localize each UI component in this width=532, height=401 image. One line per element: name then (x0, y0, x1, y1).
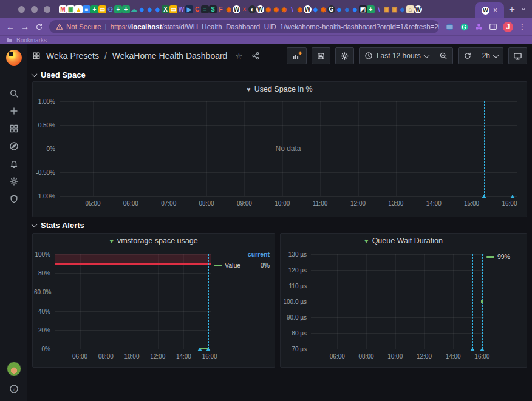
pinned-tab[interactable]: ◉ (296, 5, 304, 13)
grafana-logo[interactable] (6, 50, 22, 66)
alerting-bell-icon[interactable] (9, 159, 19, 169)
pinned-tab[interactable]: G (327, 5, 335, 13)
pinned-tab[interactable]: ∖ (375, 5, 383, 13)
pinned-tab[interactable]: ◆ (312, 5, 319, 13)
panel-used-space[interactable]: ♥ Used Space in % 1.00%0.50%0%-0.50%-1.0… (32, 81, 527, 217)
chart-vmstorage[interactable]: 100%80%60.0%40%20%0%06:0008:0010:0012:00… (33, 248, 214, 367)
pinned-tab[interactable]: + (90, 5, 98, 13)
add-panel-button[interactable] (287, 47, 307, 64)
panel-vmstorage[interactable]: ♥ vmstorage space usage 100%80%60.0%40%2… (32, 233, 275, 368)
admin-shield-icon[interactable] (9, 194, 19, 204)
pinned-tab[interactable]: = (201, 5, 209, 13)
row-used-space[interactable]: Used Space (32, 68, 527, 81)
minimize-window-button[interactable] (31, 6, 38, 13)
pinned-tab[interactable]: + (122, 5, 130, 13)
pinned-tab[interactable]: ◉ (272, 5, 280, 13)
pinned-tab[interactable]: + (114, 5, 122, 13)
pinned-tab[interactable]: S (209, 5, 217, 13)
panel-title-vmstorage[interactable]: ♥ vmstorage space usage (33, 234, 275, 248)
tv-mode-button[interactable] (508, 47, 527, 64)
pinned-tab[interactable]: ▣ (67, 5, 75, 13)
pinned-tab[interactable]: × (240, 5, 248, 13)
reload-icon[interactable] (35, 23, 43, 31)
pinned-tab[interactable]: ◉ (264, 5, 272, 13)
refresh-button[interactable] (459, 48, 477, 64)
pinned-tab[interactable]: ⌂ (406, 5, 414, 13)
pinned-tab[interactable]: ◐ (248, 5, 256, 13)
pinned-tab[interactable]: ◆ (335, 5, 343, 13)
pinned-tab[interactable]: W (177, 5, 185, 13)
user-avatar[interactable] (7, 362, 21, 376)
zoom-window-button[interactable] (44, 6, 50, 13)
pinned-tab[interactable]: ◩ (359, 5, 367, 13)
create-plus-icon[interactable] (9, 106, 19, 116)
active-tab[interactable]: W × (475, 2, 504, 18)
extension-globe-icon[interactable] (445, 22, 454, 32)
pinned-tab[interactable]: ▲ (75, 5, 83, 13)
pinned-tab[interactable]: ⚇ (106, 5, 114, 13)
pinned-tab[interactable]: ◈ (343, 5, 351, 13)
pinned-tab[interactable]: M (59, 5, 67, 13)
pinned-tab[interactable]: W (304, 5, 312, 13)
profile-avatar[interactable]: J (503, 22, 513, 32)
pinned-tab[interactable]: ◉ (280, 5, 288, 13)
pinned-tab[interactable]: ◉ (225, 5, 233, 13)
favorite-star-icon[interactable]: ☆ (235, 52, 242, 61)
pinned-tab[interactable]: ◈ (398, 5, 406, 13)
back-icon[interactable]: ← (6, 22, 15, 31)
pinned-tab[interactable]: ▭ (98, 5, 106, 13)
pinned-tab[interactable]: W (233, 5, 240, 13)
bookmarks-folder-icon[interactable] (6, 37, 13, 44)
pinned-tab[interactable]: ☁ (130, 5, 138, 13)
pinned-tab[interactable]: C (193, 5, 201, 13)
refresh-interval-picker[interactable]: 2h (477, 48, 503, 64)
panel-queue-wait[interactable]: ♥ Queue Wait Duration 130 µs120 µs110 µs… (280, 233, 527, 368)
pinned-tab[interactable]: ◆ (154, 5, 162, 13)
extension-flower-icon[interactable] (474, 22, 483, 32)
dashboards-grid-icon[interactable] (9, 124, 19, 133)
pinned-tab[interactable]: W (256, 5, 264, 13)
chart-queue-wait[interactable]: 130 µs120 µs110 µs100.0 µs90.0 µs80 µs70… (281, 248, 486, 367)
save-dashboard-button[interactable] (312, 47, 330, 64)
breadcrumb-folder[interactable]: Weka Presets (46, 51, 99, 61)
legend-row-99[interactable]: 99% (486, 253, 522, 260)
configuration-gear-icon[interactable] (9, 177, 19, 186)
row-stats-alerts[interactable]: Stats Alerts (32, 217, 527, 233)
pinned-tab[interactable]: ∖ (288, 5, 296, 13)
pinned-tab[interactable]: X (162, 5, 169, 13)
pinned-tab[interactable]: ▣ (383, 5, 390, 13)
pinned-tab[interactable]: ◆ (138, 5, 146, 13)
close-window-button[interactable] (18, 6, 25, 13)
tab-list-chevron-icon[interactable] (520, 5, 527, 13)
dashboard-settings-button[interactable] (335, 47, 354, 64)
pinned-tab[interactable]: + (367, 5, 375, 13)
bookmarks-label[interactable]: Bookmarks (16, 37, 47, 44)
explore-compass-icon[interactable] (9, 141, 19, 151)
panel-title-queue-wait[interactable]: ♥ Queue Wait Duration (281, 234, 527, 248)
pinned-tab[interactable]: ▶ (185, 5, 193, 13)
search-icon[interactable] (9, 89, 19, 98)
legend-row-value[interactable]: Value 0% (214, 261, 270, 269)
zoom-out-button[interactable] (434, 48, 452, 64)
pinned-tab[interactable]: ◆ (146, 5, 154, 13)
not-secure-warning[interactable]: Not Secure (56, 23, 101, 30)
pinned-tab[interactable]: F (217, 5, 225, 13)
pinned-tab[interactable]: ◆ (351, 5, 359, 13)
pinned-tab[interactable]: ≡ (83, 5, 90, 13)
panel-title-used-space[interactable]: ♥ Used Space in % (33, 82, 527, 96)
side-panel-icon[interactable] (489, 22, 497, 31)
pinned-tab[interactable]: ▭ (169, 5, 177, 13)
time-range-picker[interactable]: Last 12 hours (360, 48, 434, 64)
tab-close-icon[interactable]: × (493, 7, 497, 14)
forward-icon[interactable]: → (21, 22, 29, 31)
pinned-tab[interactable]: ◉ (319, 5, 327, 13)
help-icon[interactable]: ? (9, 384, 19, 394)
browser-menu-icon[interactable]: ⋮ (519, 22, 526, 31)
new-tab-button[interactable]: + (509, 4, 515, 15)
share-dashboard-icon[interactable] (251, 52, 260, 60)
chart-used-space[interactable]: 1.00%0.50%0%-0.50%-1.00%05:0006:0007:000… (33, 96, 527, 217)
pinned-tab[interactable]: W (414, 5, 422, 13)
address-bar[interactable]: Not Secure | https://localhost/stats/d/W… (49, 20, 439, 33)
extension-grammar-icon[interactable] (460, 22, 469, 32)
pinned-tab[interactable]: ▣ (390, 5, 398, 13)
